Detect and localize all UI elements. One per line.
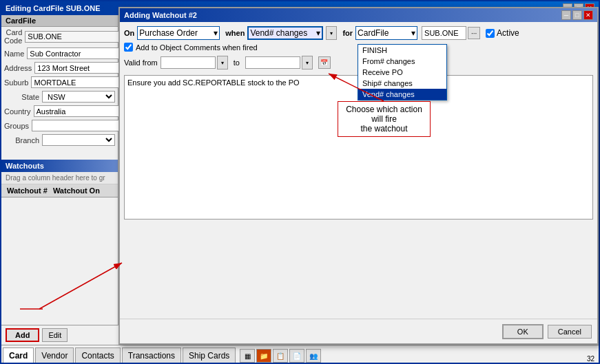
- tab-contacts-label: Contacts: [81, 351, 114, 361]
- for-dropdown-arrow: ▾: [411, 28, 415, 38]
- modal-title-bar: Adding Watchout #2 ─ □ ✕: [120, 8, 597, 22]
- annotation-text: Choose which action will firethe watchou…: [346, 105, 422, 133]
- dropdown-item-vend-changes[interactable]: Vend# changes: [358, 89, 446, 100]
- on-dropdown[interactable]: Purchase Order ▾: [137, 26, 220, 40]
- tab-transactions[interactable]: Transactions: [122, 347, 181, 363]
- main-title: Editing CardFile SUB.ONE: [6, 4, 101, 12]
- on-label: On: [124, 29, 134, 37]
- modal-footer: OK Cancel: [120, 319, 597, 343]
- tab-ship-cards[interactable]: Ship Cards: [183, 347, 236, 363]
- active-label: Active: [497, 28, 519, 38]
- folder-icon-button[interactable]: 📁: [256, 349, 271, 363]
- for-dropdown[interactable]: CardFile ▾: [355, 26, 417, 40]
- groups-input[interactable]: [32, 120, 132, 131]
- suburb-input[interactable]: [31, 76, 132, 88]
- when-dropdown-button[interactable]: ▾: [326, 26, 337, 40]
- valid-to-input[interactable]: [245, 56, 300, 69]
- for-label: for: [342, 29, 353, 37]
- address-label: Address: [4, 64, 34, 72]
- ok-button[interactable]: OK: [502, 324, 544, 339]
- modal-controls: ─ □ ✕: [561, 10, 593, 20]
- people-icon-button[interactable]: 👥: [306, 349, 321, 363]
- tab-contacts[interactable]: Contacts: [75, 347, 120, 363]
- modal-cancel-button[interactable]: Cancel: [548, 325, 592, 339]
- dropdown-item-finish[interactable]: FINISH: [358, 45, 446, 56]
- address-row: Address: [1, 61, 118, 75]
- add-button[interactable]: Add: [6, 328, 39, 342]
- watchouts-columns: Watchout # Watchout On: [1, 184, 118, 197]
- tab-bar: Card Vendor Contacts Transactions Ship C…: [1, 345, 599, 363]
- valid-to-dropdown[interactable]: ▾: [302, 56, 313, 69]
- valid-from-dropdown[interactable]: ▾: [217, 56, 228, 69]
- grid-icon-button[interactable]: ▦: [240, 349, 255, 363]
- paste-icon-button[interactable]: 📄: [289, 349, 304, 363]
- when-dropdown-list: FINISH From# changes Receive PO Ship# ch…: [358, 44, 447, 100]
- card-code-label: Card Code: [4, 28, 25, 45]
- when-dropdown-value: Vend# changes: [250, 28, 307, 38]
- page-number: 32: [587, 355, 597, 363]
- modal-maximize-button[interactable]: □: [572, 10, 582, 20]
- dropdown-item-receive-po[interactable]: Receive PO: [358, 67, 446, 78]
- when-dropdown[interactable]: Vend# changes ▾: [247, 26, 323, 40]
- bottom-button-bar: Add Edit: [1, 325, 118, 345]
- watchouts-drag-hint: Drag a column header here to gr: [1, 172, 118, 184]
- state-select[interactable]: NSW VIC QLD: [42, 91, 115, 103]
- card-code-input[interactable]: [25, 31, 125, 43]
- valid-from-label: Valid from: [124, 58, 158, 67]
- suburb-label: Suburb: [4, 78, 31, 87]
- on-dropdown-value: Purchase Order: [139, 28, 198, 38]
- branch-select[interactable]: [42, 134, 115, 146]
- add-comments-checkbox[interactable]: [124, 43, 133, 52]
- for-dropdown-value: CardFile: [358, 28, 389, 38]
- dropdown-item-from-changes[interactable]: From# changes: [358, 56, 446, 67]
- tab-transactions-label: Transactions: [128, 351, 175, 361]
- watchouts-section: Watchouts Drag a column header here to g…: [1, 160, 118, 328]
- state-label: State: [4, 93, 42, 101]
- branch-row: Branch: [1, 133, 118, 147]
- name-input[interactable]: [27, 47, 127, 59]
- to-label: to: [234, 58, 240, 67]
- cardfile-section-header: CardFile: [1, 15, 118, 27]
- tab-card-label: Card: [9, 351, 28, 361]
- for-id-input[interactable]: [422, 26, 466, 40]
- on-row: On Purchase Order ▾ when Vend# changes ▾…: [124, 26, 593, 40]
- when-label: when: [225, 29, 245, 37]
- main-window: Editing CardFile SUB.ONE ─ □ ✕ CardFile …: [0, 0, 600, 364]
- tab-card[interactable]: Card: [3, 347, 34, 363]
- annotation-box: Choose which action will firethe watchou…: [338, 101, 431, 137]
- card-code-row: Card Code: [1, 27, 118, 46]
- watchout-num-header: Watchout #: [4, 186, 50, 195]
- name-label: Name: [4, 50, 27, 58]
- when-dropdown-arrow: ▾: [316, 28, 320, 38]
- groups-row: Groups: [1, 118, 118, 133]
- watchout-on-header: Watchout On: [50, 186, 103, 195]
- name-row: Name: [1, 46, 118, 61]
- country-label: Country: [4, 107, 34, 116]
- left-panel: CardFile Card Code Name Address Suburb S…: [1, 15, 118, 328]
- valid-from-input[interactable]: [161, 56, 216, 69]
- tab-vendor-label: Vendor: [41, 351, 68, 361]
- country-row: Country: [1, 104, 118, 118]
- tab-vendor[interactable]: Vendor: [35, 347, 74, 363]
- copy-icon-button[interactable]: 📋: [273, 349, 288, 363]
- dropdown-item-ship-changes[interactable]: Ship# changes: [358, 78, 446, 89]
- suburb-row: Suburb: [1, 75, 118, 89]
- calendar-button[interactable]: 📅: [318, 56, 331, 69]
- modal-minimize-button[interactable]: ─: [561, 10, 571, 20]
- edit-button[interactable]: Edit: [42, 328, 68, 342]
- add-comments-label: Add to Object Comments when fired: [136, 43, 258, 52]
- modal-close-button[interactable]: ✕: [583, 10, 593, 20]
- for-id-ellipsis-button[interactable]: ···: [468, 27, 480, 39]
- groups-label: Groups: [4, 122, 32, 130]
- modal-dialog: Adding Watchout #2 ─ □ ✕ On Purchase Ord…: [118, 7, 599, 345]
- on-dropdown-arrow: ▾: [214, 28, 218, 38]
- active-checkbox[interactable]: [486, 29, 495, 38]
- watchouts-header: Watchouts: [1, 160, 118, 172]
- state-row: State NSW VIC QLD: [1, 89, 118, 104]
- tab-ship-cards-label: Ship Cards: [189, 351, 229, 361]
- branch-label: Branch: [4, 136, 42, 144]
- modal-title: Adding Watchout #2: [124, 11, 197, 19]
